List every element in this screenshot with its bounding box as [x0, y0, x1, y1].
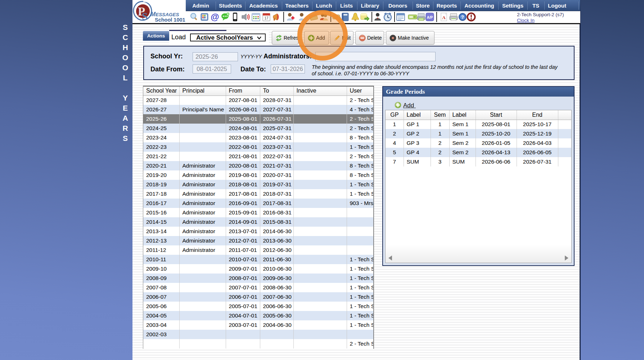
svg-text:?: ? — [461, 14, 464, 20]
svg-text:School 1001: School 1001 — [155, 17, 185, 23]
svg-text:@: @ — [211, 12, 219, 22]
svg-text:S: S — [142, 10, 148, 22]
svg-text:A/P: A/P — [427, 15, 433, 19]
svg-text:17: 17 — [264, 16, 269, 20]
svg-text:A: A — [442, 15, 446, 20]
